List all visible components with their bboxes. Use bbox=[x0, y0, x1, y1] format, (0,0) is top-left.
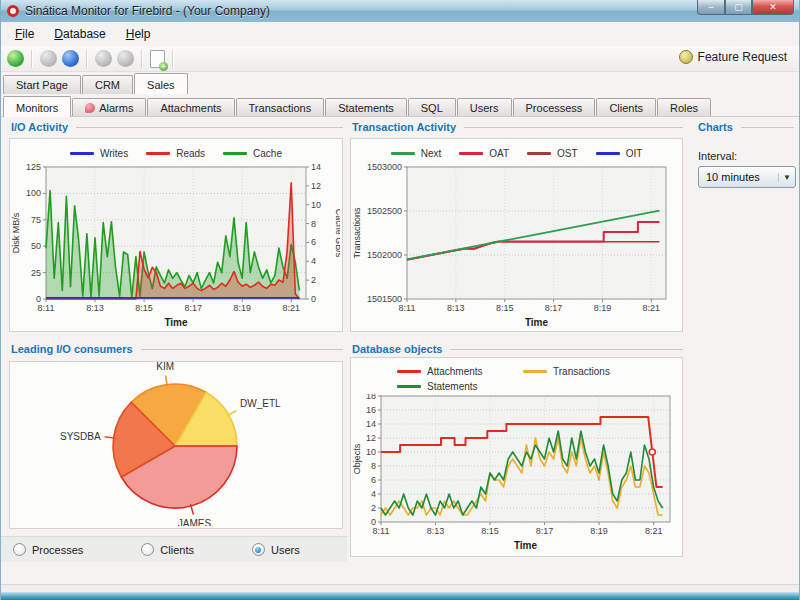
legend-swatch bbox=[397, 370, 421, 373]
menu-file[interactable]: File bbox=[5, 24, 44, 44]
io-activity-chart: 8:118:138:158:178:198:210255075100125024… bbox=[10, 163, 340, 329]
window-bottom-edge bbox=[1, 592, 799, 600]
svg-text:4: 4 bbox=[371, 489, 376, 499]
tab-users[interactable]: Users bbox=[457, 98, 512, 117]
feature-request-button[interactable]: Feature Request bbox=[679, 50, 787, 64]
legend-swatch bbox=[459, 152, 483, 155]
legend-swatch bbox=[391, 152, 415, 155]
pie-panel: KIMDW_ETLJAMESSYSDBA bbox=[9, 361, 343, 529]
chevron-down-icon: ▼ bbox=[778, 173, 795, 182]
svg-text:Time: Time bbox=[525, 317, 549, 328]
svg-text:75: 75 bbox=[31, 215, 41, 225]
svg-text:2: 2 bbox=[311, 275, 316, 285]
tab-transactions[interactable]: Transactions bbox=[236, 98, 325, 117]
tab-sales[interactable]: Sales bbox=[134, 73, 188, 94]
refresh-icon[interactable] bbox=[62, 50, 79, 67]
db-objects-panel: AttachmentsTransactionsStatements 8:118:… bbox=[350, 357, 683, 557]
svg-text:0: 0 bbox=[371, 517, 376, 527]
svg-text:2: 2 bbox=[371, 503, 376, 513]
svg-text:Time: Time bbox=[514, 540, 538, 551]
svg-text:1502500: 1502500 bbox=[367, 206, 402, 216]
new-document-icon[interactable]: + bbox=[150, 50, 165, 68]
svg-text:8:19: 8:19 bbox=[594, 303, 612, 313]
tab-sql[interactable]: SQL bbox=[408, 98, 456, 117]
transaction-activity-chart: 8:118:138:158:178:198:211501500150200015… bbox=[351, 163, 680, 329]
legend-item-statements: Statements bbox=[397, 379, 523, 394]
svg-text:0: 0 bbox=[311, 294, 316, 304]
section-header-transaction: Transaction Activity bbox=[352, 121, 683, 133]
radio-processes[interactable]: Processes bbox=[13, 543, 83, 556]
radio-icon[interactable] bbox=[141, 543, 154, 556]
svg-text:8:21: 8:21 bbox=[643, 303, 661, 313]
feature-request-label: Feature Request bbox=[698, 50, 787, 64]
svg-text:16: 16 bbox=[366, 405, 376, 415]
tab-crm[interactable]: CRM bbox=[82, 75, 133, 94]
section-header-io: I/O Activity bbox=[11, 121, 343, 133]
window-title: Sinática Monitor for Firebird - (Your Co… bbox=[25, 4, 270, 18]
svg-text:8:13: 8:13 bbox=[427, 526, 445, 536]
radio-icon[interactable] bbox=[252, 543, 265, 556]
title-bar: Sinática Monitor for Firebird - (Your Co… bbox=[1, 0, 799, 23]
alarm-icon bbox=[85, 103, 95, 113]
toolbar-separator bbox=[31, 50, 33, 68]
svg-text:8:13: 8:13 bbox=[86, 303, 104, 313]
tab-monitors[interactable]: Monitors bbox=[3, 96, 71, 117]
back-icon[interactable] bbox=[95, 50, 112, 67]
io-consumers-pie-chart: KIMDW_ETLJAMESSYSDBA bbox=[10, 362, 342, 526]
close-button[interactable]: ✕ bbox=[752, 0, 794, 15]
svg-text:18: 18 bbox=[366, 394, 376, 401]
svg-text:12: 12 bbox=[366, 433, 376, 443]
svg-text:10: 10 bbox=[366, 447, 376, 457]
db-objects-legend: AttachmentsTransactionsStatements bbox=[397, 358, 667, 394]
app-icon bbox=[7, 5, 19, 17]
legend-swatch bbox=[527, 152, 551, 155]
svg-text:Cache GB/s: Cache GB/s bbox=[334, 209, 340, 258]
legend-swatch bbox=[70, 152, 94, 155]
svg-text:KIM: KIM bbox=[156, 362, 174, 372]
svg-text:10: 10 bbox=[311, 200, 321, 210]
legend-item-cache: Cache bbox=[223, 148, 282, 159]
tab-processes[interactable]: Processess bbox=[513, 98, 596, 117]
plus-badge-icon: + bbox=[159, 62, 168, 71]
menu-help[interactable]: Help bbox=[116, 24, 161, 44]
forward-icon[interactable] bbox=[117, 50, 134, 67]
legend-item-oit: OIT bbox=[596, 148, 643, 159]
svg-text:8:11: 8:11 bbox=[38, 303, 55, 313]
svg-text:Transactions: Transactions bbox=[352, 207, 362, 259]
interval-dropdown[interactable]: 10 minutes ▼ bbox=[698, 166, 796, 188]
tab-statements[interactable]: Statements bbox=[325, 98, 407, 117]
legend-swatch bbox=[596, 152, 620, 155]
menu-database[interactable]: Database bbox=[44, 24, 115, 44]
tab-attachments[interactable]: Attachments bbox=[147, 98, 234, 117]
svg-text:0: 0 bbox=[36, 294, 41, 304]
minimize-button[interactable]: – bbox=[697, 0, 725, 15]
legend-item-reads: Reads bbox=[146, 148, 205, 159]
tab-start-page[interactable]: Start Page bbox=[3, 75, 81, 94]
legend-swatch bbox=[223, 152, 247, 155]
transaction-legend: NextOATOSTOIT bbox=[351, 139, 682, 163]
svg-text:1502000: 1502000 bbox=[367, 250, 402, 260]
tab-roles[interactable]: Roles bbox=[657, 98, 711, 117]
tab-alarms[interactable]: Alarms bbox=[72, 98, 146, 117]
svg-text:8:15: 8:15 bbox=[481, 526, 499, 536]
svg-text:14: 14 bbox=[366, 419, 376, 429]
radio-users[interactable]: Users bbox=[252, 543, 300, 556]
svg-text:8:15: 8:15 bbox=[135, 303, 153, 313]
interval-label: Interval: bbox=[698, 150, 737, 162]
svg-text:14: 14 bbox=[311, 163, 321, 172]
svg-text:8: 8 bbox=[311, 219, 316, 229]
pause-icon[interactable] bbox=[40, 50, 57, 67]
legend-swatch bbox=[397, 385, 421, 388]
interval-value: 10 minutes bbox=[699, 171, 778, 183]
svg-text:25: 25 bbox=[31, 268, 41, 278]
svg-text:8:13: 8:13 bbox=[447, 303, 465, 313]
legend-item-next: Next bbox=[391, 148, 442, 159]
radio-clients[interactable]: Clients bbox=[141, 543, 194, 556]
tab-clients[interactable]: Clients bbox=[596, 98, 656, 117]
section-header-db: Database objects bbox=[352, 343, 683, 355]
svg-text:8:11: 8:11 bbox=[373, 526, 390, 536]
radio-icon[interactable] bbox=[13, 543, 26, 556]
connect-icon[interactable] bbox=[7, 50, 24, 67]
svg-text:125: 125 bbox=[26, 163, 41, 172]
maximize-button[interactable]: ▢ bbox=[725, 0, 752, 15]
